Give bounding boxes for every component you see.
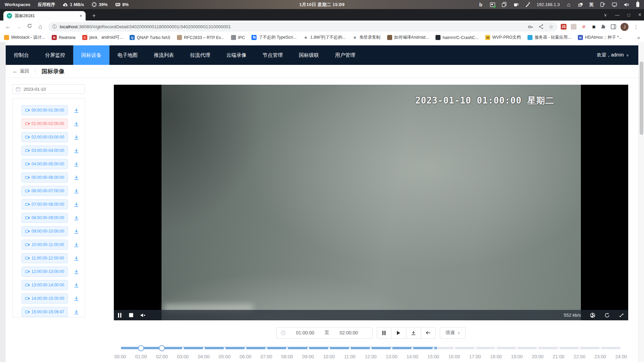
- record-download-icon[interactable]: [74, 121, 79, 127]
- bookmark-item[interactable]: Webstack - 设计...: [4, 35, 45, 40]
- record-download-icon[interactable]: [74, 242, 79, 248]
- share-icon[interactable]: [539, 24, 544, 29]
- record-range-button[interactable]: 08:00:00-09:00:00: [21, 213, 68, 223]
- password-key-icon[interactable]: [528, 24, 533, 30]
- player-stop-icon[interactable]: [129, 313, 133, 317]
- record-download-icon[interactable]: [74, 296, 79, 301]
- applications-button[interactable]: 应用程序: [38, 2, 55, 8]
- record-range-button[interactable]: 07:00:00-08:00:00: [21, 199, 68, 209]
- record-download-icon[interactable]: [74, 175, 79, 180]
- player-pause-icon[interactable]: [118, 313, 122, 318]
- record-range-button[interactable]: 15:00:00-15:09:47: [21, 307, 68, 317]
- end-time-value[interactable]: 02:00:00: [329, 330, 368, 335]
- bookmark-item[interactable]: ⊕ 1.8W字|了不起的...: [303, 35, 346, 40]
- bookmark-item[interactable]: C java、android可...: [82, 35, 123, 40]
- bookmark-item[interactable]: IPC: [231, 35, 245, 40]
- bookmark-item[interactable]: 知 了不起的 TypeScri...: [251, 35, 296, 40]
- record-download-icon[interactable]: [74, 255, 79, 261]
- record-download-icon[interactable]: [74, 202, 79, 207]
- home-tray-icon[interactable]: ⌂: [566, 2, 571, 7]
- snapshot-aperture-icon[interactable]: [590, 313, 595, 318]
- record-download-icon[interactable]: [74, 309, 79, 315]
- record-download-icon[interactable]: [74, 229, 79, 234]
- color-picker-tray-icon[interactable]: [525, 2, 531, 7]
- pause-button[interactable]: [377, 327, 392, 339]
- record-range-button[interactable]: 03:00:00-04:00:00: [21, 146, 68, 156]
- battery-tray-icon[interactable]: [635, 2, 641, 7]
- bookmark-item[interactable]: 如何编译Android...: [387, 35, 429, 40]
- record-download-icon[interactable]: [74, 215, 79, 221]
- coffee-tray-icon[interactable]: [513, 2, 519, 7]
- fullscreen-icon[interactable]: [619, 313, 624, 318]
- phone-link-tray-icon[interactable]: [600, 2, 605, 7]
- back-button[interactable]: ← 返回: [12, 68, 29, 74]
- record-range-button[interactable]: 06:00:00-07:00:00: [21, 186, 68, 196]
- bing-tray-icon[interactable]: b: [478, 2, 484, 7]
- record-range-button[interactable]: 13:00:00-14:00:00: [21, 280, 68, 290]
- browser-forward-button[interactable]: →: [13, 24, 24, 30]
- bookmark-item[interactable]: N HDAtmos :: 种子 *...: [578, 35, 622, 40]
- nav-item[interactable]: 控制台: [6, 45, 37, 65]
- bookmark-item[interactable]: Q QNAP Turbo NAS: [130, 35, 170, 40]
- tab-search-icon[interactable]: ∨: [604, 12, 607, 17]
- nav-item[interactable]: 分屏监控: [37, 45, 73, 65]
- bookmark-item[interactable]: W WVP-PRO文档: [485, 35, 521, 40]
- bookmark-item[interactable]: R Redmine: [52, 35, 76, 40]
- bookmark-star-icon[interactable]: ☆: [549, 24, 553, 30]
- record-range-button[interactable]: 00:00:00-01:00:00: [21, 105, 68, 115]
- new-tab-button[interactable]: +: [90, 12, 98, 20]
- page-scrollbar[interactable]: [638, 42, 644, 362]
- extension-icon[interactable]: [571, 24, 577, 30]
- record-range-button[interactable]: 11:00:00-12:00:00: [21, 253, 68, 263]
- display-tray-icon[interactable]: [611, 2, 617, 7]
- clipboard-tray-icon[interactable]: [501, 2, 507, 7]
- refresh-icon[interactable]: [604, 313, 610, 318]
- record-download-icon[interactable]: [74, 282, 79, 288]
- record-download-icon[interactable]: [74, 188, 79, 194]
- cpu-indicator[interactable]: 39%: [91, 2, 107, 7]
- network-speed-indicator[interactable]: 1 MB/s: [62, 2, 84, 7]
- record-download-icon[interactable]: [74, 161, 79, 167]
- workspaces-button[interactable]: Workspaces: [5, 2, 30, 7]
- timeline-handle[interactable]: [138, 345, 144, 351]
- volume-muted-icon[interactable]: [140, 313, 146, 318]
- browser-menu-icon[interactable]: ⋮: [633, 24, 641, 30]
- nav-item[interactable]: 国标设备: [73, 45, 109, 65]
- play-button[interactable]: [392, 327, 406, 339]
- memory-indicator[interactable]: 8%: [115, 2, 129, 7]
- address-bar[interactable]: ⓘ localhost:38080/#/gbRecordDetail/34020…: [48, 22, 557, 32]
- record-range-button[interactable]: 01:00:00-02:00:00: [21, 119, 68, 129]
- clock[interactable]: 1月10日 星期二 15∶09: [300, 2, 345, 8]
- browser-tab[interactable]: 国标28181 ×: [3, 11, 86, 21]
- record-download-icon[interactable]: [74, 269, 79, 275]
- window-close-button[interactable]: ×: [638, 12, 641, 18]
- bookmark-item[interactable]: 服务器 - 轻量应用...: [527, 35, 571, 40]
- date-picker-input[interactable]: 2023-01-10: [12, 84, 85, 94]
- start-time-value[interactable]: 01:00:00: [286, 330, 325, 335]
- timeline-handle[interactable]: [159, 345, 165, 351]
- bookmark-item[interactable]: ⊕ 免登录复制: [352, 35, 380, 40]
- record-range-button[interactable]: 09:00:00-10:00:00: [21, 226, 68, 236]
- scrollbar-thumb[interactable]: [640, 62, 643, 135]
- record-range-button[interactable]: 05:00:00-06:00:00: [21, 172, 68, 183]
- nav-item[interactable]: 拉流代理: [182, 45, 218, 65]
- download-button[interactable]: [406, 327, 421, 339]
- timeline-slider[interactable]: 00:0001:0002:0003:0004:0005:0006:0007:00…: [120, 347, 621, 362]
- nav-item[interactable]: 云端录像: [218, 45, 255, 65]
- tab-close-icon[interactable]: ×: [80, 13, 82, 18]
- screenshot-tray-icon[interactable]: [490, 2, 495, 7]
- extension-icon[interactable]: ▣: [591, 24, 597, 30]
- video-player[interactable]: 2023-01-10 01:00:00 星期二: [114, 85, 628, 320]
- bookmark-item[interactable]: hairrrrr/C-CrashC...: [435, 35, 478, 40]
- record-download-icon[interactable]: [74, 134, 79, 140]
- record-download-icon[interactable]: [74, 148, 79, 154]
- windows-tray-icon[interactable]: [578, 2, 583, 7]
- window-minimize-button[interactable]: —: [615, 12, 619, 17]
- ip-address-indicator[interactable]: 192.168.1.3: [537, 2, 560, 7]
- bookmark-item[interactable]: RFC2833 – RTP Ev...: [177, 35, 224, 40]
- browser-back-button[interactable]: ←: [3, 24, 13, 30]
- record-download-icon[interactable]: [74, 108, 79, 113]
- browser-profile-avatar[interactable]: J: [620, 23, 629, 31]
- nav-item[interactable]: 电子地图: [109, 45, 146, 65]
- user-menu[interactable]: 欢迎，admin ∨: [597, 52, 638, 58]
